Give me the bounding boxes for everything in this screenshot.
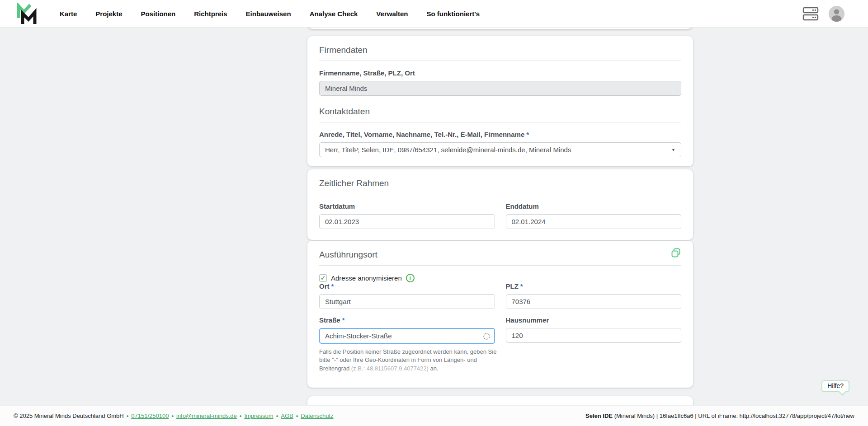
divider [319,61,681,61]
footer-left: © 2025 Mineral Minds Deutschland GmbH • … [14,412,334,419]
contact-select[interactable]: Herr, TitelP, Selen, IDE, 0987/654321, s… [319,142,681,157]
help-button[interactable]: Hilfe? [821,380,849,392]
company-field-label: Firmenname, Straße, PLZ, Ort [319,69,681,77]
anonymize-label: Adresse anonymisieren [331,274,402,282]
nav-item-verwalten[interactable]: Verwalten [376,10,408,18]
strasse-label: Straße* [319,316,495,324]
card-firmendaten: Firmendaten Firmenname, Straße, PLZ, Ort… [307,36,693,166]
enddatum-label: Enddatum [506,202,682,211]
contact-field-label: Anrede, Titel, Vorname, Nachname, Tel.-N… [319,131,681,139]
user-avatar[interactable] [829,6,844,22]
copy-icon[interactable] [670,248,681,258]
ort-input[interactable] [319,294,495,309]
divider [319,122,681,122]
anonymize-row: ✓ Adresse anonymisieren i [319,274,681,282]
footer-link-email[interactable]: info@mineral-minds.de [176,412,237,419]
server-icon[interactable] [802,7,819,21]
footer-app-details: (Mineral Minds) | 16fae1ffc6a6 | URL of … [614,412,854,419]
strasse-help-example: (z.B.: 48.8115607,9.4077422) [351,365,429,372]
plz-input[interactable] [506,294,682,309]
hausnummer-label: Hausnummer [506,316,682,324]
footer-link-impressum[interactable]: Impressum [244,412,273,419]
footer-app-name: Selen IDE [585,412,613,419]
nav-item-karte[interactable]: Karte [60,10,77,18]
strasse-help-end: an. [429,365,439,372]
footer-copyright: © 2025 Mineral Minds Deutschland GmbH [14,412,124,419]
footer-separator: • [171,412,174,419]
footer-link-phone[interactable]: 07151/250100 [131,412,169,419]
main-nav: Karte Projekte Positionen Richtpreis Ein… [60,10,480,18]
brand-logo-icon[interactable] [16,3,37,24]
top-navbar: Karte Projekte Positionen Richtpreis Ein… [0,0,868,28]
required-marker: * [331,282,334,290]
strasse-input[interactable] [319,328,495,344]
company-input [319,81,681,96]
checkbox-check-icon: ✓ [321,275,326,281]
contact-field-label-text: Anrede, Titel, Vorname, Nachname, Tel.-N… [319,131,524,138]
footer-separator: • [296,412,298,419]
nav-item-analyse-check[interactable]: Analyse Check [310,10,358,18]
required-marker: * [520,282,523,290]
nav-item-positionen[interactable]: Positionen [141,10,176,18]
footer-separator: • [276,412,278,419]
card-ausfuehrungsort: Ausführungsort ✓ Adresse anonymisieren i… [307,241,693,388]
nav-item-einbauweisen[interactable]: Einbauweisen [246,10,291,18]
caret-down-icon: ▼ [671,148,675,152]
footer-separator: • [240,412,242,419]
enddatum-input[interactable] [506,214,682,229]
anonymize-checkbox[interactable]: ✓ [319,274,327,282]
hausnummer-input[interactable] [506,328,682,343]
ort-label-text: Ort [319,282,330,290]
footer: © 2025 Mineral Minds Deutschland GmbH • … [0,405,868,426]
kontaktdaten-title: Kontaktdaten [319,107,681,117]
info-icon[interactable]: i [406,274,415,282]
card-zeitlicher-rahmen: Zeitlicher Rahmen Startdatum Enddatum [307,169,693,240]
ort-title: Ausführungsort [319,250,681,260]
strasse-label-text: Straße [319,316,340,324]
nav-item-so-funktionierts[interactable]: So funktioniert's [426,10,480,18]
ort-label: Ort* [319,282,495,290]
firmendaten-title: Firmendaten [319,45,681,55]
required-marker: * [342,316,345,324]
required-marker: * [526,131,529,138]
footer-separator: • [127,412,129,419]
footer-app-info: Selen IDE (Mineral Minds) | 16fae1ffc6a6… [585,412,854,419]
nav-item-projekte[interactable]: Projekte [95,10,122,18]
divider [319,265,681,266]
contact-select-value: Herr, TitelP, Selen, IDE, 0987/654321, s… [325,146,571,154]
zeit-title: Zeitlicher Rahmen [319,178,681,188]
strasse-help-text: Falls die Position keiner Straße zugeord… [319,348,497,373]
footer-link-agb[interactable]: AGB [281,412,293,419]
plz-label-text: PLZ [506,282,519,290]
strasse-input-wrap [319,328,495,344]
nav-item-richtpreis[interactable]: Richtpreis [194,10,227,18]
loading-spinner-icon [483,333,490,340]
startdatum-label: Startdatum [319,202,495,211]
footer-link-datenschutz[interactable]: Datenschutz [301,412,333,419]
startdatum-input[interactable] [319,214,495,229]
plz-label: PLZ* [506,282,682,290]
